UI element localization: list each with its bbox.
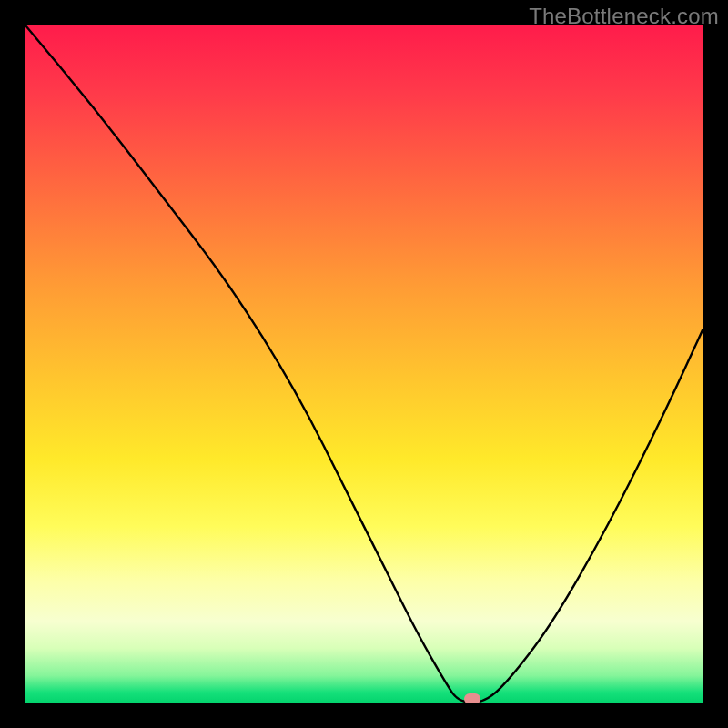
optimal-point-marker [464, 693, 480, 703]
watermark-text: TheBottleneck.com [529, 4, 719, 29]
bottleneck-curve [25, 25, 703, 703]
plot-area [25, 25, 703, 703]
chart-frame: TheBottleneck.com [0, 0, 728, 728]
